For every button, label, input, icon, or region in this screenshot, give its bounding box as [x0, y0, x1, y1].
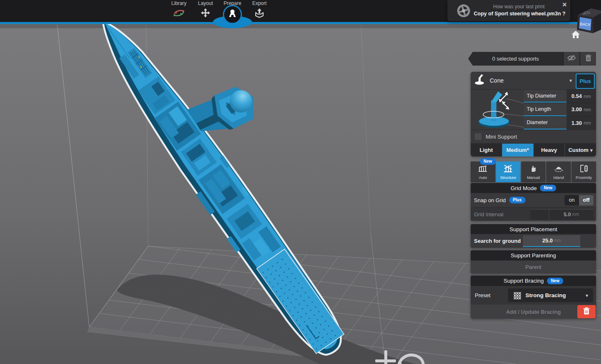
- prepare-icon: [227, 8, 238, 21]
- grid-mode-card: Grid Mode New Snap on Grid Plus on off G…: [471, 183, 596, 221]
- manual-icon: [529, 164, 537, 174]
- search-for-ground-label: Search for ground: [474, 238, 521, 244]
- grid-mode-header: Grid Mode New: [471, 183, 596, 193]
- auto-icon: [478, 164, 487, 174]
- density-custom-button[interactable]: Custom ▾: [565, 144, 596, 156]
- view-cube-front-label[interactable]: BACK: [580, 22, 591, 27]
- island-icon: [554, 164, 564, 174]
- eye-off-icon: [567, 54, 576, 63]
- support-settings-card: Cone ▾ Plus Tip Diameter 0.54 mm: [471, 72, 596, 156]
- bracing-action-row: Add / Update Bracing: [471, 305, 596, 319]
- support-parenting-card: Support Parenting Parent: [471, 250, 596, 274]
- trash-icon: [585, 54, 591, 63]
- tab-structure-label: Structure: [500, 175, 516, 180]
- notification-filename: Copy of Sport steering wheel.pm3n ?: [472, 11, 568, 17]
- support-illustration: [471, 90, 524, 129]
- tip-diameter-input[interactable]: 0.54: [567, 90, 582, 103]
- grid-interval-unit: mm: [572, 212, 579, 217]
- search-for-ground-unit: mm: [554, 238, 561, 243]
- tip-length-input[interactable]: 3.00: [567, 103, 582, 116]
- search-for-ground-input[interactable]: 25.0 mm: [523, 235, 580, 247]
- add-support-tool-icon[interactable]: [375, 349, 396, 364]
- support-bracing-title: Support Bracing: [503, 278, 544, 284]
- mini-support-label: Mini Support: [486, 134, 517, 140]
- tab-island-label: Island: [553, 175, 564, 180]
- tab-structure[interactable]: Structure: [496, 161, 520, 182]
- layout-icon: [200, 8, 211, 20]
- lychee-slicer-app: { "topbar": { "tabs": [ {"label": "Libra…: [0, 0, 601, 364]
- new-badge: New: [480, 158, 496, 165]
- tab-manual-label: Manual: [527, 175, 540, 180]
- grid-interval-stepper[interactable]: [530, 210, 549, 220]
- tab-manual[interactable]: Manual: [521, 161, 546, 182]
- support-parenting-header: Support Parenting: [471, 250, 596, 260]
- param-row-tip-length: Tip Length 3.00 mm: [524, 103, 596, 116]
- tab-layout[interactable]: Layout: [192, 0, 219, 22]
- cone-icon: [474, 74, 486, 87]
- support-bracing-header: Support Bracing New: [471, 276, 596, 286]
- param-row-tip-diameter: Tip Diameter 0.54 mm: [524, 90, 596, 103]
- add-update-bracing-button[interactable]: Add / Update Bracing: [506, 309, 561, 315]
- top-toolbar-accent-line: [0, 22, 601, 24]
- search-for-ground-row: Search for ground 25.0 mm: [471, 234, 596, 248]
- density-custom-label: Custom: [568, 147, 588, 153]
- support-type-dropdown[interactable]: Cone ▾ Plus: [471, 72, 596, 89]
- preset-value: Strong Bracing: [525, 292, 566, 298]
- density-heavy-button[interactable]: Heavy: [534, 144, 565, 156]
- tab-export[interactable]: Export: [246, 0, 273, 22]
- structure-icon: [503, 164, 513, 174]
- support-tools-tabs: New Auto Structure Manual: [471, 161, 596, 182]
- tab-layout-label: Layout: [192, 0, 219, 6]
- tab-library-label: Library: [166, 0, 192, 6]
- chevron-down-icon: ▾: [586, 293, 588, 298]
- density-medium-button[interactable]: Medium*: [502, 144, 534, 156]
- tab-proximity-label: Proximity: [576, 175, 592, 180]
- tab-prepare-active-circle[interactable]: [223, 5, 242, 24]
- mini-support-row: Mini Support: [471, 129, 596, 143]
- notification-title: How was your last print: [477, 4, 560, 10]
- param-row-diameter: Diameter 1.30 mm: [524, 117, 596, 129]
- selection-header: 0 selected supports: [468, 52, 596, 66]
- tip-length-unit: mm: [582, 103, 596, 116]
- tip-diameter-label: Tip Diameter: [524, 90, 567, 103]
- bracing-preset-dropdown[interactable]: Strong Bracing ▾: [508, 288, 593, 302]
- delete-supports-button[interactable]: [579, 52, 596, 66]
- mini-support-checkbox[interactable]: [475, 133, 481, 140]
- grid-interval-input[interactable]: 5.0 mm: [530, 209, 594, 220]
- diameter-label: Diameter: [524, 117, 567, 129]
- tab-auto-label: Auto: [479, 175, 487, 180]
- parent-button[interactable]: Parent: [471, 260, 596, 274]
- snap-on-grid-label: Snap on Grid: [474, 197, 506, 203]
- lattice-icon: [513, 291, 521, 300]
- tab-island[interactable]: Island: [546, 161, 571, 182]
- grid-interval-label: Grid Interval: [474, 211, 503, 217]
- preset-label: Preset: [475, 292, 491, 298]
- topbar-shadow: [0, 24, 601, 28]
- tab-proximity[interactable]: Proximity: [572, 161, 596, 182]
- export-icon: [254, 8, 265, 20]
- search-for-ground-value: 25.0: [542, 237, 553, 244]
- new-badge: New: [540, 185, 556, 191]
- tab-library[interactable]: Library: [166, 0, 192, 22]
- hide-supports-button[interactable]: [563, 52, 579, 66]
- diameter-unit: mm: [582, 117, 596, 129]
- delete-bracing-button[interactable]: [577, 305, 596, 318]
- new-badge: New: [547, 278, 563, 284]
- view-cube-top-label[interactable]: TOP: [582, 10, 591, 15]
- snap-off-button[interactable]: off: [579, 195, 594, 205]
- support-type-value: Cone: [490, 77, 503, 84]
- rotate-tool-icon[interactable]: [395, 351, 428, 364]
- support-bracing-card: Support Bracing New Preset Strong Bracin…: [471, 276, 596, 319]
- plus-badge: Plus: [509, 197, 525, 203]
- density-light-button[interactable]: Light: [471, 144, 502, 156]
- trash-icon: [583, 307, 590, 316]
- snap-on-button[interactable]: on: [564, 195, 579, 205]
- proximity-icon: [579, 164, 589, 174]
- home-icon[interactable]: [571, 30, 580, 39]
- plus-mode-button[interactable]: Plus: [576, 73, 595, 89]
- diameter-input[interactable]: 1.30: [567, 117, 582, 129]
- bracing-preset-row: Preset Strong Bracing ▾: [471, 286, 596, 305]
- last-print-notification: How was your last print Copy of Sport st…: [447, 0, 570, 21]
- close-icon[interactable]: ✕: [562, 1, 567, 8]
- selection-count: 0 selected supports: [468, 52, 563, 66]
